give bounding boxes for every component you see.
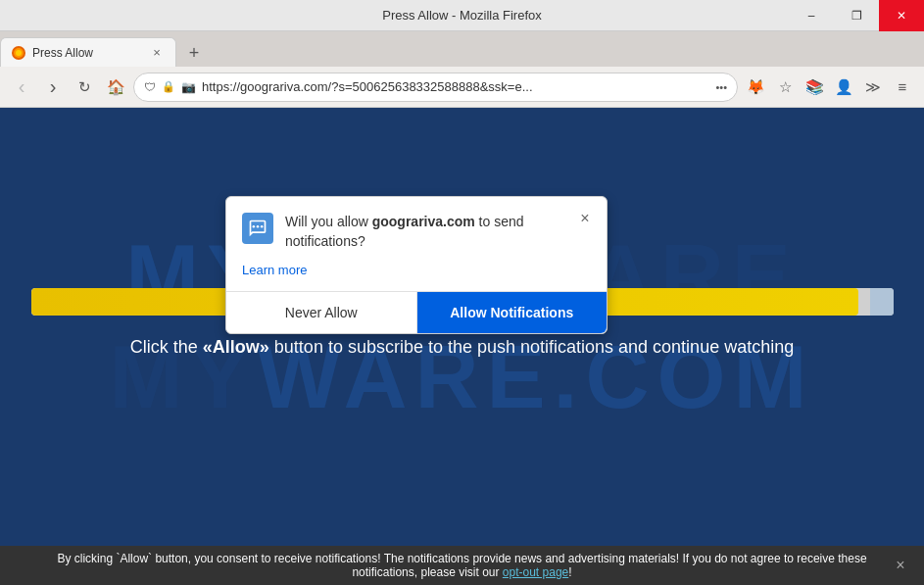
bookmark-button[interactable]: ☆ xyxy=(771,73,799,101)
popup-close-button[interactable]: × xyxy=(575,209,595,228)
popup-header: Will you allow goograriva.com to send no… xyxy=(242,213,591,251)
svg-point-2 xyxy=(16,50,22,56)
bottom-notification-bar: By clicking `Allow` button, you consent … xyxy=(0,546,924,585)
subscribe-text: Click the «Allow» button to subscribe to… xyxy=(0,337,924,358)
container-icon[interactable]: 🦊 xyxy=(742,73,769,101)
bottom-bar-close-button[interactable]: × xyxy=(889,554,912,577)
popup-actions: Never Allow Allow Notifications xyxy=(226,291,607,333)
camera-icon: 📷 xyxy=(181,80,196,94)
tab-bar: Press Allow × + xyxy=(0,31,924,67)
bottom-bar-text: By clicking `Allow` button, you consent … xyxy=(29,552,895,579)
active-tab[interactable]: Press Allow × xyxy=(0,37,176,67)
new-tab-button[interactable]: + xyxy=(180,39,208,67)
svg-point-5 xyxy=(261,225,264,228)
lock-icon: 🔒 xyxy=(162,80,175,93)
tab-title: Press Allow xyxy=(32,46,144,60)
window-controls: – ❐ ✕ xyxy=(789,0,924,31)
overflow-button[interactable]: ≫ xyxy=(859,73,887,101)
allow-notifications-button[interactable]: Allow Notifications xyxy=(417,292,608,333)
maximize-button[interactable]: ❐ xyxy=(834,0,879,31)
shield-icon: 🛡 xyxy=(144,80,156,94)
notification-icon xyxy=(242,213,273,244)
sync-button[interactable]: 👤 xyxy=(830,73,857,101)
address-bar[interactable]: 🛡 🔒 📷 https://goograriva.com/?s=50062563… xyxy=(133,73,738,102)
tab-close-button[interactable]: × xyxy=(148,44,166,62)
svg-point-3 xyxy=(257,225,260,228)
minimize-button[interactable]: – xyxy=(789,0,834,31)
menu-button[interactable]: ≡ xyxy=(889,73,916,101)
opt-out-link[interactable]: opt-out page xyxy=(503,565,568,579)
url-text: https://goograriva.com/?s=50062563833258… xyxy=(202,79,709,94)
nav-right-icons: 🦊 ☆ 📚 👤 ≫ ≡ xyxy=(742,73,916,101)
home-button[interactable]: 🏠 xyxy=(102,73,129,101)
back-button[interactable]: ‹ xyxy=(8,73,35,101)
progress-end-indicator xyxy=(870,288,894,316)
popup-question-text: Will you allow xyxy=(285,214,372,229)
nav-bar: ‹ › ↻ 🏠 🛡 🔒 📷 https://goograriva.com/?s=… xyxy=(0,67,924,108)
window-title: Press Allow - Mozilla Firefox xyxy=(382,8,542,23)
close-button[interactable]: ✕ xyxy=(879,0,924,31)
popup-site-name: goograriva.com xyxy=(372,214,475,229)
title-bar: Press Allow - Mozilla Firefox – ❐ ✕ xyxy=(0,0,924,31)
library-button[interactable]: 📚 xyxy=(801,73,828,101)
svg-point-4 xyxy=(253,225,256,228)
allow-bold-text: «Allow» xyxy=(203,337,269,357)
never-allow-button[interactable]: Never Allow xyxy=(226,292,417,333)
reload-button[interactable]: ↻ xyxy=(71,73,98,101)
forward-button[interactable]: › xyxy=(39,73,67,101)
learn-more-link[interactable]: Learn more xyxy=(242,263,307,277)
main-content: MYANTIWARE MYWARE.COM 98% Click the «All… xyxy=(0,108,924,546)
notification-popup: Will you allow goograriva.com to send no… xyxy=(225,196,608,334)
tab-favicon xyxy=(11,45,26,61)
more-options-icon[interactable]: ••• xyxy=(715,81,727,93)
popup-title: Will you allow goograriva.com to send no… xyxy=(285,213,591,251)
